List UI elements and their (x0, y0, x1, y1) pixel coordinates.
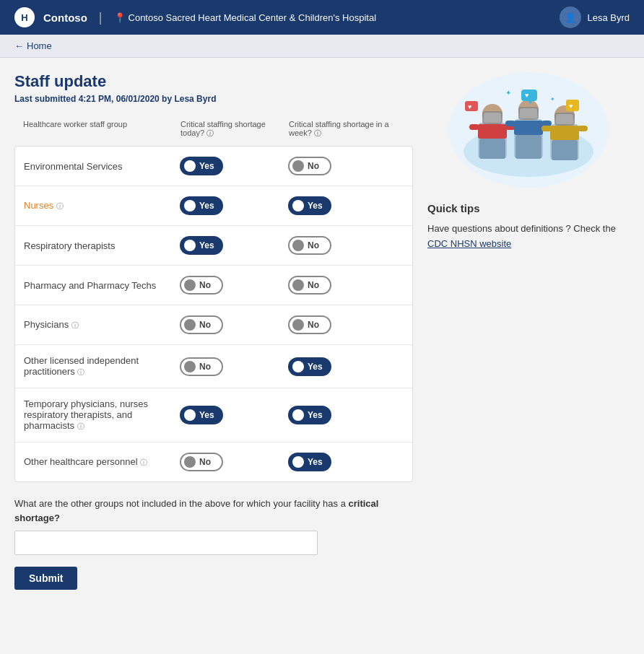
row-env-services-col1: Yes (180, 157, 288, 175)
row-pharmacy-col1: No (180, 276, 288, 295)
brand-name: Contoso (43, 12, 87, 24)
cdc-nhsn-link[interactable]: CDC NHSN website (427, 238, 511, 249)
svg-rect-29 (552, 140, 578, 160)
row-temp-physicians-name: Temporary physicians, nurses respiratory… (24, 398, 180, 432)
toggle-physicians-col1[interactable]: No (180, 315, 223, 334)
last-submitted: Last submitted 4:21 PM, 06/01/2020 by Le… (14, 94, 413, 104)
svg-rect-27 (556, 114, 573, 124)
toggle-other-licensed-col2[interactable]: Yes (288, 357, 331, 376)
toggle-respiratory-col1[interactable]: Yes (180, 236, 223, 255)
row-physicians-col2: No (288, 315, 404, 334)
row-respiratory-col2: No (288, 236, 404, 255)
back-arrow-icon: ← (14, 40, 24, 51)
row-physicians-name: Physicians ⓘ (24, 319, 180, 331)
svg-rect-30 (541, 126, 552, 131)
toggle-pharmacy-col1[interactable]: No (180, 276, 223, 295)
table-row: Temporary physicians, nurses respiratory… (15, 388, 412, 442)
toggle-temp-col1[interactable]: Yes (180, 406, 223, 424)
col-group-header: Healthcare worker staff group (23, 120, 180, 139)
quick-tips-text: Have questions about definitions ? Check… (427, 222, 630, 252)
toggle-physicians-col2[interactable]: No (288, 315, 331, 334)
row-other-healthcare-col1: No (180, 453, 288, 471)
page-title: Staff update (14, 72, 413, 91)
row-env-services-name: Environmental Services (24, 161, 180, 172)
user-name: Lesa Byrd (587, 12, 630, 23)
toggle-env-col2[interactable]: No (288, 157, 331, 175)
toggle-knob (184, 409, 196, 421)
svg-rect-5 (478, 124, 507, 139)
toggle-knob (184, 361, 196, 372)
toggle-knob (184, 200, 196, 212)
toggle-env-col1[interactable]: Yes (180, 157, 223, 175)
toggle-nurses-col2[interactable]: Yes (288, 196, 331, 215)
toggle-respiratory-col2[interactable]: No (288, 236, 331, 255)
toggle-knob (292, 456, 304, 468)
app-logo: H (14, 7, 35, 27)
toggle-knob (292, 240, 304, 251)
illustration-svg: ♥ ♥ ✦ ✦ (456, 79, 601, 180)
toggle-other-licensed-col1[interactable]: No (180, 357, 223, 376)
other-licensed-info-icon: ⓘ (77, 368, 84, 376)
toggle-other-healthcare-col2[interactable]: Yes (288, 453, 331, 471)
svg-rect-17 (505, 121, 515, 126)
toggle-knob (292, 319, 304, 331)
svg-rect-7 (469, 124, 479, 130)
illustration: ♥ ♥ ✦ ✦ (449, 72, 608, 188)
table-row: Physicians ⓘ No No (15, 305, 412, 345)
table-row: Environmental Services Yes No (15, 147, 412, 186)
row-physicians-col1: No (180, 315, 288, 334)
physicians-info-icon: ⓘ (71, 321, 79, 329)
row-temp-col2: Yes (288, 406, 404, 424)
back-link[interactable]: ← Home (14, 40, 52, 51)
svg-text:✦: ✦ (505, 89, 511, 97)
quick-tips-title: Quick tips (427, 202, 630, 214)
col1-info-icon: ⓘ (206, 129, 214, 137)
toggle-nurses-col1[interactable]: Yes (180, 196, 223, 215)
row-other-licensed-name: Other licensed independent practitioners… (24, 355, 180, 378)
other-groups-input[interactable] (14, 531, 318, 555)
svg-rect-16 (515, 135, 541, 159)
row-nurses-col2: Yes (288, 196, 404, 215)
table-row: Pharmacy and Pharmacy Techs No No (15, 266, 412, 305)
svg-rect-28 (550, 126, 579, 140)
bottom-section: What are the other groups not included i… (14, 497, 413, 590)
toggle-knob (292, 361, 304, 372)
header-divider: | (99, 10, 103, 25)
col1-header: Critical staffing shortage today? ⓘ (180, 120, 289, 139)
svg-rect-18 (541, 121, 552, 126)
row-temp-col1: Yes (180, 406, 288, 424)
svg-rect-6 (479, 139, 505, 159)
avatar: 👤 (560, 6, 581, 28)
left-panel: Staff update Last submitted 4:21 PM, 06/… (14, 72, 413, 590)
svg-rect-14 (520, 108, 537, 118)
toggle-knob (184, 240, 196, 251)
table-header: Healthcare worker staff group Critical s… (14, 115, 413, 143)
header-left: H Contoso | 📍 Contoso Sacred Heart Medic… (14, 7, 376, 27)
toggle-knob (292, 200, 304, 212)
toggle-pharmacy-col2[interactable]: No (288, 276, 331, 295)
row-other-healthcare-name: Other healthcare personnel ⓘ (24, 456, 180, 468)
quick-tips-box: Quick tips Have questions about definiti… (427, 202, 630, 252)
toggle-knob (184, 160, 196, 172)
col2-header: Critical staffing shortage in a week? ⓘ (289, 120, 404, 139)
toggle-knob (184, 279, 196, 291)
temp-physicians-info-icon: ⓘ (77, 422, 84, 430)
svg-text:♥: ♥ (569, 103, 573, 110)
toggle-knob (184, 319, 196, 331)
submit-button[interactable]: Submit (14, 567, 77, 590)
staff-table: Environmental Services Yes No (14, 146, 413, 482)
row-env-services-col2: No (288, 157, 404, 175)
table-row: Nurses ⓘ Yes Yes (15, 186, 412, 226)
bottom-question: What are the other groups not included i… (14, 497, 413, 525)
row-other-healthcare-col2: Yes (288, 453, 404, 471)
table-row: Respiratory therapists Yes No (15, 226, 412, 266)
svg-text:♥: ♥ (468, 103, 471, 110)
svg-rect-15 (514, 121, 543, 135)
toggle-knob (292, 160, 304, 172)
toggle-temp-col2[interactable]: Yes (288, 406, 331, 424)
nurses-link[interactable]: Nurses (24, 200, 53, 211)
toggle-other-healthcare-col1[interactable]: No (180, 453, 223, 471)
table-row: Other healthcare personnel ⓘ No Yes (15, 442, 412, 481)
nurses-info-icon: ⓘ (56, 202, 64, 210)
row-respiratory-col1: Yes (180, 236, 288, 255)
